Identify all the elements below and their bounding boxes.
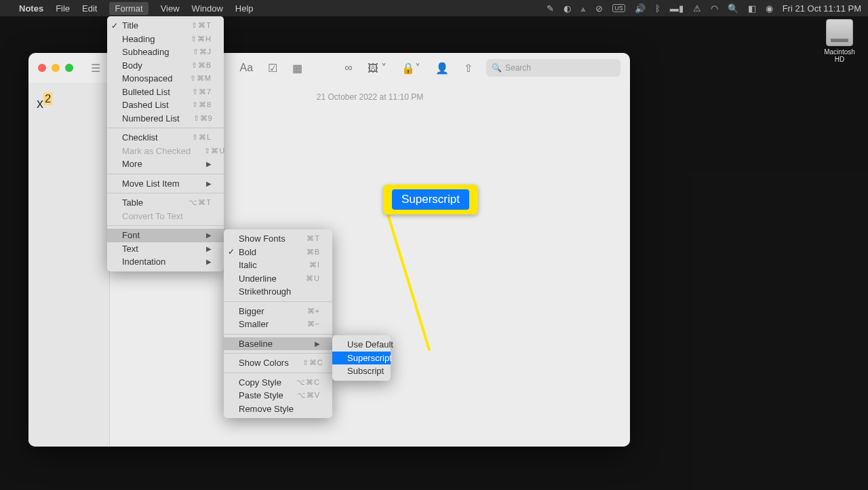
minimize-button[interactable] bbox=[52, 64, 60, 72]
font-item-paste-style[interactable]: Paste Style⌥⌘V bbox=[224, 389, 332, 402]
menu-item-label: Superscript bbox=[347, 353, 392, 363]
menu-help[interactable]: Help bbox=[235, 3, 254, 14]
spotlight-icon[interactable]: 🔍 bbox=[728, 3, 738, 14]
bluetooth-icon[interactable]: ᛒ bbox=[655, 3, 660, 14]
format-item-dashed-list[interactable]: Dashed List⇧⌘8 bbox=[107, 98, 224, 112]
font-item-underline[interactable]: Underline⌘U bbox=[224, 272, 332, 286]
format-item-more[interactable]: More▶ bbox=[107, 157, 224, 171]
menu-item-shortcut: ⌘T bbox=[293, 234, 320, 243]
menu-item-label: Move List Item bbox=[122, 178, 180, 189]
app-name[interactable]: Notes bbox=[19, 3, 43, 14]
wifi-icon[interactable]: ◠ bbox=[711, 3, 718, 14]
font-item-bigger[interactable]: Bigger⌘+ bbox=[224, 305, 332, 318]
font-item-bold[interactable]: ✓Bold⌘B bbox=[224, 246, 332, 259]
menu-item-label: Underline bbox=[239, 274, 277, 284]
menu-item-label: Body bbox=[122, 60, 142, 71]
checklist-icon[interactable]: ☑ bbox=[268, 62, 277, 75]
status-icon[interactable]: ⟁ bbox=[580, 3, 586, 14]
menu-format[interactable]: Format bbox=[109, 2, 148, 15]
format-item-heading[interactable]: Heading⇧⌘H bbox=[107, 33, 224, 46]
baseline-item-subscript[interactable]: Subscript bbox=[332, 364, 391, 378]
format-item-checklist[interactable]: Checklist⇧⌘L bbox=[107, 131, 224, 145]
menu-item-shortcut: ⌥⌘C bbox=[283, 378, 320, 387]
format-item-title[interactable]: ✓Title⇧⌘T bbox=[107, 19, 224, 33]
font-item-copy-style[interactable]: Copy Style⌥⌘C bbox=[224, 376, 332, 390]
menu-item-shortcut: ⌥⌘T bbox=[175, 198, 212, 207]
status-icon[interactable]: ◐ bbox=[564, 3, 571, 14]
menu-view[interactable]: View bbox=[161, 3, 180, 14]
hard-drive-icon bbox=[826, 19, 853, 46]
sidebar-toggle-icon[interactable]: ☰ bbox=[91, 62, 100, 75]
menu-item-label: Copy Style bbox=[239, 377, 281, 388]
menu-item-shortcut: ⌥⌘V bbox=[283, 391, 320, 400]
baseline-submenu: Use DefaultSuperscriptSubscript bbox=[332, 335, 391, 381]
menu-item-label: Show Fonts bbox=[239, 233, 285, 244]
keyboard-input-icon[interactable]: US bbox=[612, 4, 625, 12]
format-item-indentation[interactable]: Indentation▶ bbox=[107, 255, 224, 269]
format-item-font[interactable]: Font▶ bbox=[107, 229, 224, 242]
format-item-monospaced[interactable]: Monospaced⇧⌘M bbox=[107, 72, 224, 86]
format-item-body[interactable]: Body⇧⌘B bbox=[107, 59, 224, 73]
control-center-icon[interactable]: ◧ bbox=[748, 3, 756, 14]
format-item-subheading[interactable]: Subheading⇧⌘J bbox=[107, 45, 224, 59]
link-icon[interactable]: ∞ bbox=[344, 62, 352, 74]
format-item-bulleted-list[interactable]: Bulleted List⇧⌘7 bbox=[107, 86, 224, 99]
baseline-item-use-default[interactable]: Use Default bbox=[332, 338, 391, 352]
volume-icon[interactable]: 🔊 bbox=[635, 3, 646, 14]
format-item-numbered-list[interactable]: Numbered List⇧⌘9 bbox=[107, 112, 224, 126]
table-icon[interactable]: ▦ bbox=[292, 62, 302, 75]
menu-item-shortcut: ⌘+ bbox=[294, 307, 320, 316]
font-item-remove-style[interactable]: Remove Style bbox=[224, 402, 332, 416]
submenu-arrow-icon: ▶ bbox=[193, 245, 212, 252]
menu-item-label: More bbox=[122, 159, 142, 169]
font-item-smaller[interactable]: Smaller⌘− bbox=[224, 318, 332, 331]
menu-item-label: Mark as Checked bbox=[122, 146, 191, 156]
status-icon[interactable]: ✎ bbox=[547, 3, 554, 14]
menu-item-label: Heading bbox=[122, 34, 155, 44]
menu-item-label: Remove Style bbox=[239, 404, 294, 414]
menu-window[interactable]: Window bbox=[192, 3, 223, 14]
font-item-strikethrough[interactable]: Strikethrough bbox=[224, 285, 332, 299]
format-item-text[interactable]: Text▶ bbox=[107, 242, 224, 256]
font-separator bbox=[224, 373, 332, 373]
wifi-icon[interactable]: ⚠ bbox=[693, 3, 701, 14]
menu-item-label: Strikethrough bbox=[239, 286, 291, 297]
search-icon: 🔍 bbox=[492, 63, 502, 73]
search-input[interactable]: 🔍 Search bbox=[486, 59, 620, 77]
font-item-baseline[interactable]: Baseline▶ bbox=[224, 337, 332, 351]
menubar-clock[interactable]: Fri 21 Oct 11:11 PM bbox=[783, 3, 861, 14]
font-separator bbox=[224, 353, 332, 354]
menu-item-label: Baseline bbox=[239, 339, 273, 349]
format-separator bbox=[107, 193, 224, 193]
desktop-hd-icon[interactable]: Macintosh HD bbox=[821, 19, 859, 63]
font-item-show-fonts[interactable]: Show Fonts⌘T bbox=[224, 232, 332, 246]
note-preview[interactable]: x2 bbox=[37, 92, 101, 111]
format-item-table[interactable]: Table⌥⌘T bbox=[107, 196, 224, 210]
menu-item-shortcut: ⌘− bbox=[294, 320, 320, 328]
collaborate-icon[interactable]: 👤 bbox=[435, 62, 449, 75]
menu-item-shortcut: ⇧⌘C bbox=[289, 358, 323, 367]
menu-file[interactable]: File bbox=[56, 3, 70, 14]
font-item-show-colors[interactable]: Show Colors⇧⌘C bbox=[224, 356, 332, 370]
menu-edit[interactable]: Edit bbox=[82, 3, 97, 14]
menu-item-label: Numbered List bbox=[122, 113, 180, 124]
font-item-italic[interactable]: Italic⌘I bbox=[224, 259, 332, 272]
battery-icon[interactable]: ▬▮ bbox=[670, 3, 684, 14]
zoom-button[interactable] bbox=[65, 64, 73, 72]
media-icon[interactable]: 🖼 ˅ bbox=[368, 62, 387, 75]
notes-list-sidebar[interactable]: x2 bbox=[28, 83, 110, 447]
menu-item-label: Paste Style bbox=[239, 390, 283, 400]
lock-icon[interactable]: 🔒˅ bbox=[401, 62, 420, 75]
menu-item-label: Font bbox=[122, 230, 140, 240]
siri-icon[interactable]: ◉ bbox=[766, 3, 773, 14]
format-separator bbox=[107, 174, 224, 174]
text-style-icon[interactable]: Aa bbox=[240, 62, 254, 74]
format-item-move-list-item[interactable]: Move List Item▶ bbox=[107, 177, 224, 191]
share-icon[interactable]: ⇧ bbox=[464, 62, 473, 75]
baseline-item-superscript[interactable]: Superscript bbox=[332, 352, 391, 365]
submenu-arrow-icon: ▶ bbox=[193, 258, 212, 265]
menu-item-shortcut: ⇧⌘B bbox=[178, 61, 212, 70]
status-icon[interactable]: ⊘ bbox=[595, 3, 603, 14]
close-button[interactable] bbox=[38, 64, 46, 72]
submenu-arrow-icon: ▶ bbox=[193, 180, 212, 187]
